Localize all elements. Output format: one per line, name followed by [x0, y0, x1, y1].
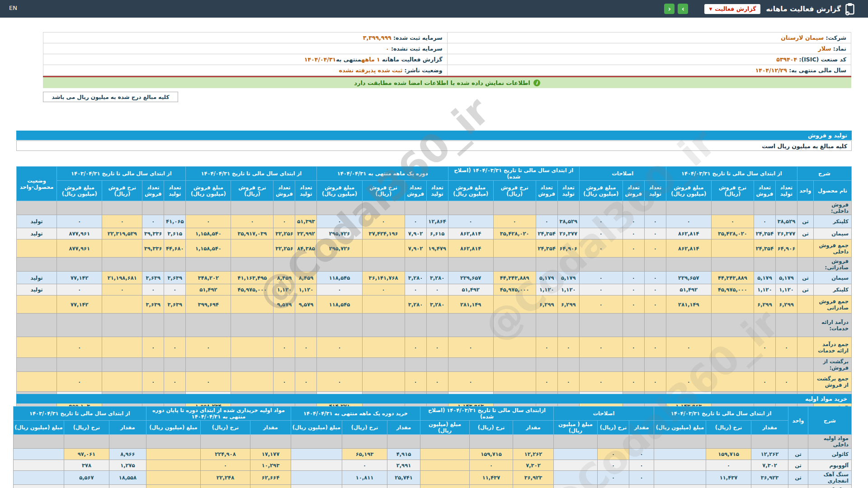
cell	[711, 296, 754, 314]
previous-report-button[interactable]: ‹	[664, 4, 675, 14]
cell: ۴۴,۳۴۳,۸۸۹	[711, 272, 754, 284]
info-label: سرمایه ثبت شده:	[392, 34, 443, 41]
cell: ۳۹۹,۶۹۴	[186, 296, 231, 314]
cell	[644, 358, 666, 372]
cell: ۰	[623, 215, 644, 228]
cell: ۵۱,۳۹۳	[295, 215, 317, 228]
cell: ۵,۱۷۹	[775, 272, 797, 284]
cell: ۳,۲۸۰	[426, 272, 448, 284]
cell	[102, 314, 142, 337]
cell: ۰	[274, 372, 295, 392]
cell: ۰	[644, 239, 666, 258]
cell: ۰	[623, 284, 644, 296]
column-header: نرخ (ریال)	[469, 421, 513, 435]
column-header: مقدار	[250, 421, 291, 435]
info-row: نماد: سلارسرمایه ثبت نشده: ۰	[43, 43, 851, 54]
table-row: سیمانتن۲۶,۳۷۷۲۴,۳۵۴۳۵,۴۲۸,۰۲۰۸۶۲,۸۱۴۰۰۰۲…	[17, 228, 852, 239]
cell	[426, 258, 448, 272]
page: EN گزارش فعالیت ماهانه گزارش فعالیت ▼ › …	[0, 0, 868, 488]
cell	[666, 358, 711, 372]
cell	[362, 296, 405, 314]
cell: ۳,۵۵۵	[109, 485, 146, 488]
report-nav-buttons: › ‹	[664, 4, 688, 14]
cell: ۳۶,۱۴۱,۷۶۸	[362, 272, 405, 284]
column-header: مقدار	[109, 421, 146, 435]
raw-materials-table: شرحواحداز ابتدای سال مالی تا تاریخ ۱۴۰۴/…	[13, 406, 852, 488]
raw-materials-table-wrap: شرحواحداز ابتدای سال مالی تا تاریخ ۱۴۰۴/…	[16, 406, 852, 488]
cell: ۰	[317, 284, 362, 296]
column-header: مبلغ (میلیون ریال)	[420, 421, 469, 435]
column-header: مبلغ (میلیون ریال)	[13, 421, 64, 435]
cell	[536, 258, 557, 272]
cell	[362, 358, 405, 372]
cell: ۱۰,۲۹۳	[250, 460, 291, 471]
cell	[623, 358, 644, 372]
row-label: کلینکر	[813, 284, 851, 296]
column-header: مقدار	[629, 421, 654, 435]
cell: ۷۷,۱۴۲	[57, 296, 102, 314]
cell: ۲۴,۳۵۴	[536, 228, 557, 239]
cell	[13, 449, 64, 460]
cell: ۰	[317, 215, 362, 228]
cell: ۰	[775, 337, 797, 358]
table-row: جمع فروش داخلی۶۴,۹۰۶۲۴,۳۵۴۸۶۲,۸۱۴۰۰۰۶۴,۹…	[17, 239, 852, 258]
cell	[17, 201, 57, 215]
report-type-dropdown-label: گزارش فعالیت	[715, 5, 756, 12]
next-report-button[interactable]: ›	[678, 4, 688, 14]
cell: ۲۲۴,۹۰۸	[200, 449, 250, 460]
top-navbar: EN گزارش فعالیت ماهانه گزارش فعالیت ▼ › …	[0, 0, 868, 18]
cell: تولید	[17, 215, 57, 228]
cell	[13, 460, 64, 471]
cell: ۱۹,۴۷۹	[426, 239, 448, 258]
column-header: مبلغ ( میلیون ریال)	[553, 421, 597, 435]
report-type-dropdown[interactable]: گزارش فعالیت ▼	[704, 4, 760, 14]
cell	[186, 358, 231, 372]
cell: ۰	[623, 272, 644, 284]
cell: ۳,۸۸۹	[751, 485, 788, 488]
cell: ۲۹۵,۷۲۶	[317, 239, 362, 258]
cell: ۰	[164, 337, 186, 358]
production-sales-table: شرحاز ابتدای سال مالی تا تاریخ ۱۴۰۴/۰۳/۳…	[16, 166, 852, 412]
cell: ۳۷,۴۲۴,۱۹۶	[362, 228, 405, 239]
language-switch-en[interactable]: EN	[9, 5, 17, 11]
cell: ۷,۳۰۲	[751, 460, 788, 471]
cell: ۰	[164, 284, 186, 296]
cell: ۱۷,۱۷۷	[250, 449, 291, 460]
cell	[426, 314, 448, 337]
cell	[629, 435, 654, 449]
column-header: تعداد فروش	[623, 181, 644, 201]
cell: ۰	[102, 284, 142, 296]
cell: ۸,۴۵۹	[295, 272, 317, 284]
table-row: فروش داخلی:	[17, 201, 852, 215]
cell	[654, 460, 706, 471]
cell: ۰	[426, 337, 448, 358]
cell	[553, 460, 597, 471]
cell: ۴۵,۹۷۵,۰۰۰	[711, 284, 754, 296]
cell	[654, 485, 706, 488]
cell	[493, 358, 536, 372]
cell: ۴,۹۱۵	[387, 449, 420, 460]
cell	[295, 358, 317, 372]
cell	[102, 296, 142, 314]
group-header: از ابتدای سال مالی تا تاریخ ۱۴۰۴/۰۳/۳۱	[666, 167, 797, 181]
cell: ۰	[186, 215, 231, 228]
cell: ۰	[57, 215, 102, 228]
info-cell: نماد: سلار	[447, 43, 851, 54]
cell: ۲۹۵,۷۲۶	[317, 228, 362, 239]
cell	[291, 460, 342, 471]
info-label: گزارش فعالیت ماهانه	[380, 56, 443, 63]
group-header: از ابتدای سال مالی تا تاریخ ۱۴۰۳/۰۴/۳۱	[13, 407, 146, 421]
cell	[711, 358, 754, 372]
cell	[420, 485, 469, 488]
row-label: آلوویوم	[808, 460, 852, 471]
group-header: از ابتدای سال مالی تا تاریخ ۱۴۰۴/۰۴/۳۱	[186, 167, 317, 181]
cell: ۰	[666, 337, 711, 358]
column-header: تعداد فروش	[536, 181, 557, 201]
cell: ۲۶,۳۷۷	[775, 228, 797, 239]
cell: ۰	[623, 372, 644, 392]
cell: ۱,۱۲۰	[754, 284, 775, 296]
cell: ۵,۵۶۷	[64, 471, 109, 485]
cell	[342, 435, 387, 449]
cell	[317, 258, 362, 272]
cell: ۰	[102, 215, 142, 228]
